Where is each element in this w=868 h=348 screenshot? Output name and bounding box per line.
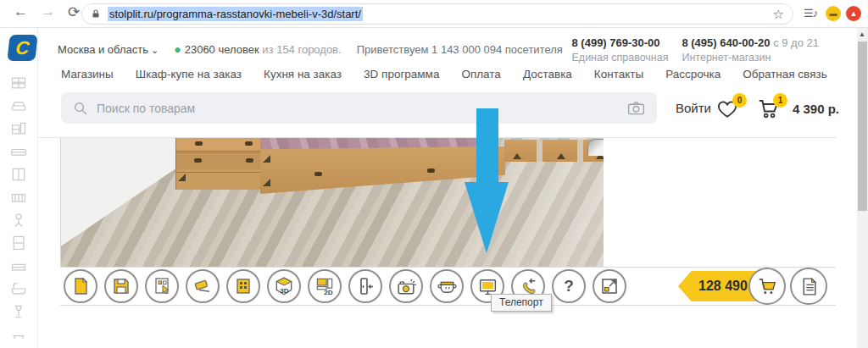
phone-hours-2: с 9 до 21 <box>773 36 819 49</box>
sidebar-icon-beds[interactable] <box>10 140 27 163</box>
visitors-count: 23060 человек <box>185 43 259 56</box>
view-3d-label: 3D <box>280 287 289 295</box>
view-2d-button[interactable]: 2D <box>308 269 342 303</box>
eraser-button[interactable] <box>186 269 220 303</box>
screenshot-camera-button[interactable] <box>389 269 423 303</box>
region-label: Москва и область <box>58 43 148 56</box>
sidebar-icon-dressers[interactable] <box>10 254 27 277</box>
sidebar-icon-office-chairs[interactable] <box>10 208 27 231</box>
specification-button[interactable] <box>790 268 827 305</box>
catalog-button[interactable] <box>226 269 260 303</box>
header-phones: 8 (499) 769-30-00 Единая справочная 8 (4… <box>572 36 820 64</box>
nav-item-kitchens[interactable]: Кухня на заказ <box>264 68 342 80</box>
sidebar-icon-shelving[interactable] <box>10 71 27 94</box>
search-input[interactable] <box>97 102 627 115</box>
phone-block-1: 8 (499) 769-30-00 Единая справочная <box>572 36 669 64</box>
sidebar-icon-bathroom[interactable] <box>10 277 27 300</box>
cup-button[interactable] <box>430 269 464 303</box>
scene-wall <box>61 138 177 267</box>
phone-number-1: 8 (499) 769-30-00 <box>572 36 660 49</box>
page-scrollbar[interactable]: ▲ <box>857 28 868 348</box>
sidebar-icon-kitchens[interactable] <box>10 117 27 140</box>
forward-icon[interactable]: → <box>41 3 55 20</box>
visitors-online: ●23060 человек из 154 городов. <box>174 42 341 56</box>
page: ← → ⟳ stolplit.ru/programma-rasstanovki-… <box>0 0 868 348</box>
fullscreen-button[interactable] <box>593 269 626 303</box>
help-button[interactable]: ? <box>552 269 586 303</box>
extension-red-icon[interactable]: ▲ <box>846 6 861 21</box>
favorites-badge: 0 <box>732 93 747 108</box>
chevron-down-icon: ⌄ <box>151 45 159 55</box>
cart-badge: 1 <box>773 93 787 108</box>
view-2d-label: 2D <box>324 289 333 296</box>
search-by-photo-icon[interactable] <box>627 101 645 115</box>
nav-item-wardrobes[interactable]: Шкаф-купе на заказ <box>136 68 242 80</box>
nav-item-delivery[interactable]: Доставка <box>523 68 572 80</box>
bookmark-star-icon[interactable]: ☆ <box>773 7 784 22</box>
url-text[interactable]: stolplit.ru/programma-rasstanovki-mebeli… <box>108 7 363 21</box>
search-icon <box>73 101 88 116</box>
reading-list-icon[interactable]: ☰♪ <box>804 7 817 19</box>
visitors-cities: из 154 городов. <box>262 43 341 56</box>
sidebar-icon-cribs[interactable] <box>10 185 27 208</box>
save-button[interactable] <box>104 269 138 303</box>
phone-label-1: Единая справочная <box>572 52 669 64</box>
teleport-highlight-arrow <box>463 108 511 254</box>
tooltip-text: Телепорт <box>499 296 543 308</box>
online-dot-icon: ● <box>174 42 181 56</box>
select-plan-button[interactable] <box>145 269 179 303</box>
scroll-up-arrow-icon[interactable]: ▲ <box>859 30 865 38</box>
scene-panel-corner[interactable] <box>587 139 604 156</box>
page-corner <box>83 279 86 282</box>
search-bar[interactable] <box>61 92 657 124</box>
cart-total[interactable]: 4 390 р. <box>793 102 839 116</box>
extension-yellow-icon[interactable]: ▬ <box>826 6 841 21</box>
phone-number-2: 8 (495) 640-00-20 <box>682 36 770 49</box>
scene-chest-drawers[interactable] <box>175 138 261 190</box>
nav-item-payment[interactable]: Оплата <box>461 68 500 80</box>
phone-label-2: Интернет-магазин <box>682 52 819 64</box>
category-sidebar <box>7 71 31 345</box>
sidebar-icon-cabinets[interactable] <box>10 231 27 254</box>
main-nav: Магазины Шкаф-купе на заказ Кухня на зак… <box>61 68 827 80</box>
browser-toolbar: ← → ⟳ stolplit.ru/programma-rasstanovki-… <box>0 0 868 28</box>
cart-count: 1 <box>778 96 783 105</box>
sidebar-divider <box>37 28 38 348</box>
scrollbar-thumb[interactable] <box>858 41 867 211</box>
phone-block-2: 8 (495) 640-00-20 с 9 до 21 Интернет-маг… <box>682 36 819 64</box>
header-info-row: Москва и область⌄ ●23060 человек из 154 … <box>58 42 563 56</box>
teleport-tooltip: Телепорт <box>491 294 552 312</box>
sidebar-icon-hallway[interactable] <box>10 323 27 345</box>
view-3d-button[interactable]: 3D <box>267 269 301 303</box>
nav-item-3d-program[interactable]: 3D программа <box>364 68 439 80</box>
address-bar[interactable]: stolplit.ru/programma-rasstanovki-mebeli… <box>81 3 793 25</box>
sidebar-icon-wardrobes[interactable] <box>10 163 27 185</box>
nav-item-feedback[interactable]: Обратная связь <box>743 68 826 80</box>
lock-icon <box>91 8 101 19</box>
logo-letter: C <box>14 37 31 59</box>
greeting-text: Приветствуем 1 143 000 094 посетителя <box>357 43 563 56</box>
nav-item-installments[interactable]: Рассрочка <box>665 68 721 80</box>
help-label: ? <box>564 277 574 295</box>
login-button[interactable]: Войти <box>676 101 711 115</box>
back-icon[interactable]: ← <box>14 3 28 20</box>
reload-icon[interactable]: ⟳ <box>68 3 80 21</box>
door-button[interactable] <box>348 269 382 303</box>
new-file-button[interactable] <box>64 269 97 303</box>
sidebar-icon-lighting[interactable] <box>10 300 27 323</box>
stolplit-logo[interactable]: C <box>7 35 37 61</box>
nav-item-contacts[interactable]: Контакты <box>594 68 643 80</box>
nav-item-shops[interactable]: Магазины <box>61 68 114 80</box>
3d-scene-viewport[interactable] <box>60 138 604 267</box>
region-selector[interactable]: Москва и область⌄ <box>58 43 159 56</box>
sidebar-icon-sofas[interactable] <box>10 94 27 117</box>
favorites-count: 0 <box>737 96 743 105</box>
add-to-cart-button[interactable] <box>748 268 786 305</box>
